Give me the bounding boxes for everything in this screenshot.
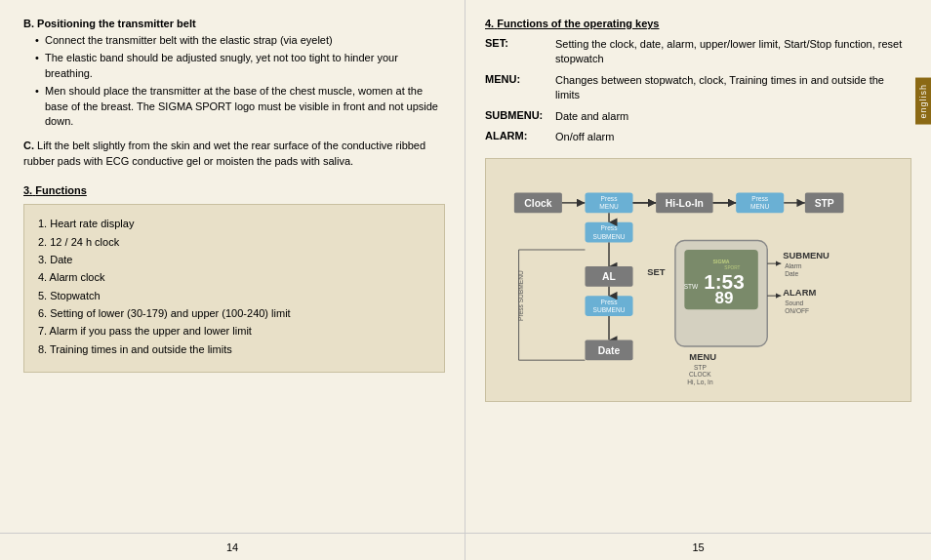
clock-label: Clock [524,198,551,209]
section-b-heading: B. Positioning the transmitter belt [23,18,445,29]
page-num-right: 15 [466,534,931,560]
submenu-right-label: SUBMENU [783,251,830,261]
func-4: 4. Alarm clock [38,270,430,285]
key-alarm-row: ALARM: On/off alarm [485,130,911,144]
date-label: Date [598,345,621,356]
menu-sub-1: STP [694,364,707,371]
section-b-label: B. [23,18,34,29]
english-tab: english [915,78,931,125]
press-submenu-1-bot: SUBMENU [593,233,626,240]
press-submenu-1-top: Press [601,225,619,232]
press-menu-1-top: Press [601,195,619,202]
alarm-right-sub2: ON/OFF [785,307,809,314]
section-4-heading: 4. Functions of the operating keys [485,18,911,29]
footer: 14 15 [0,533,931,560]
section-b-bullets: Connect the transmitter belt with the el… [35,33,445,129]
key-alarm-label: ALARM: [485,130,555,141]
menu-sub-2: CLOCK [689,371,711,378]
press-menu-2-bot: MENU [750,204,770,211]
section-c-label: C. [23,140,34,151]
functions-box: 1. Heart rate display 2. 12 / 24 h clock… [23,204,445,373]
press-menu-1-bot: MENU [599,204,619,211]
key-menu-desc: Changes between stopwatch, clock, Traini… [555,73,911,103]
menu-sub-3: Hi, Lo, In [687,379,713,385]
bullet-3: Men should place the transmitter at the … [35,84,445,129]
diagram-area: Clock Press MENU Hi-Lo-In Press [485,158,911,402]
alarm-right-label: ALARM [783,287,816,298]
op-keys-table: SET: Setting the clock, date, alarm, upp… [485,37,911,144]
func-3: 3. Date [38,253,430,267]
submenu-right-sub1: Alarm [785,262,802,269]
watch-stw: STW [684,283,699,290]
diagram-svg: Clock Press MENU Hi-Lo-In Press [496,173,901,391]
submenu-right-sub2: Date [785,271,798,278]
section-3: 3. Functions 1. Heart rate display 2. 12… [23,184,445,373]
right-page: english 4. Functions of the operating ke… [466,0,931,533]
section-c-text: Lift the belt slightly from the skin and… [23,140,425,166]
key-submenu-label: SUBMENU: [485,109,555,121]
func-2: 2. 12 / 24 h clock [38,235,430,250]
key-menu-row: MENU: Changes between stopwatch, clock, … [485,73,911,103]
watch-brand: SIGMA [713,259,730,264]
page-num-left: 14 [0,534,466,560]
stp-label: STP [815,198,834,209]
press-submenu-2-top: Press [601,299,619,305]
func-1: 1. Heart rate display [38,217,430,231]
section-c: C. Lift the belt slightly from the skin … [23,139,445,169]
func-8: 8. Training times in and outside the lim… [38,342,430,357]
watch-bpm: 89 [714,289,733,307]
left-page: B. Positioning the transmitter belt Conn… [0,0,466,533]
functions-list: 1. Heart rate display 2. 12 / 24 h clock… [38,217,430,357]
section-4: 4. Functions of the operating keys SET: … [485,18,911,144]
section-b: B. Positioning the transmitter belt Conn… [23,18,445,129]
func-6: 6. Setting of lower (30-179) and upper (… [38,306,430,321]
section-3-heading: 3. Functions [23,184,445,196]
menu-label: MENU [689,352,716,363]
al-label: AL [602,271,616,282]
hi-lo-in-label: Hi-Lo-In [666,198,704,209]
alarm-right-sub1: Sound [785,300,803,306]
press-menu-2-top: Press [751,195,769,202]
bullet-2: The elastic band should be adjusted snug… [35,51,445,81]
key-set-row: SET: Setting the clock, date, alarm, upp… [485,37,911,67]
key-submenu-row: SUBMENU: Date and alarm [485,109,911,124]
key-set-label: SET: [485,37,555,49]
key-alarm-desc: On/off alarm [555,130,911,144]
press-submenu-2-bot: SUBMENU [593,306,626,313]
set-label: SET [647,267,666,278]
bullet-1: Connect the transmitter belt with the el… [35,33,445,48]
func-7: 7. Alarm if you pass the upper and lower… [38,324,430,339]
key-set-desc: Setting the clock, date, alarm, upper/lo… [555,37,911,67]
section-b-title: Positioning the transmitter belt [37,18,196,29]
func-5: 5. Stopwatch [38,289,430,303]
key-menu-label: MENU: [485,73,555,85]
key-submenu-desc: Date and alarm [555,109,911,124]
